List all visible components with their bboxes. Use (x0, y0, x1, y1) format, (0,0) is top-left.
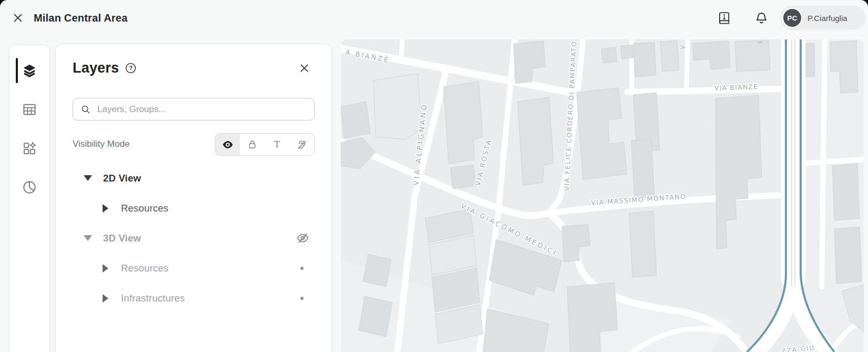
bell-icon (754, 11, 769, 25)
layers-tree: 2D View Resources 3D View Re (56, 163, 331, 313)
tree-node-label: Resources (121, 263, 168, 274)
sidebar-item-charts[interactable] (9, 174, 49, 201)
widgets-icon (22, 140, 37, 156)
visibility-mode-segmented-control: T (215, 133, 315, 156)
user-guide-button[interactable] (716, 11, 731, 25)
tree-node-2d-view[interactable]: 2D View (56, 163, 331, 193)
visibility-mode-row: Visibility Mode (73, 133, 315, 156)
svg-text:T: T (274, 139, 280, 149)
pie-chart-icon (22, 179, 37, 195)
caret-right-icon[interactable] (103, 264, 108, 273)
street-label-bianze: VIA BIANZÈ (714, 83, 759, 92)
tree-node-3d-infrastructures[interactable]: Infrastructures (56, 283, 331, 313)
tree-node-label: 2D View (103, 173, 141, 184)
sidebar-item-table[interactable] (9, 96, 49, 123)
caret-down-icon[interactable] (84, 235, 92, 241)
layers-search (73, 98, 315, 120)
notifications-button[interactable] (754, 11, 769, 25)
close-project-button[interactable] (11, 11, 25, 25)
caret-down-icon[interactable] (84, 175, 92, 181)
visibility-mode-labels[interactable]: T (265, 134, 289, 155)
sidebar-item-layers[interactable] (9, 57, 49, 84)
lock-icon (247, 139, 258, 150)
active-indicator (16, 58, 18, 83)
layers-panel: Layers ? Visibility Mode (55, 44, 332, 352)
layers-icon (22, 63, 37, 78)
ear-off-icon (296, 139, 308, 150)
help-icon[interactable]: ? (125, 62, 137, 74)
close-icon (12, 12, 24, 24)
page-title: Milan Central Area (34, 11, 127, 25)
book-info-icon (717, 11, 731, 25)
app-window: Milan Central Area PC P.Ciarfuglia (0, 0, 868, 352)
eye-off-icon (296, 232, 309, 245)
caret-right-icon[interactable] (103, 204, 108, 213)
layers-panel-close-button[interactable] (297, 61, 311, 75)
tree-node-label: Resources (121, 203, 168, 214)
eye-icon (222, 139, 234, 150)
tree-node-2d-resources[interactable]: Resources (56, 193, 331, 223)
visibility-mode-eye[interactable] (215, 134, 240, 155)
topbar: Milan Central Area PC P.Ciarfuglia (0, 0, 868, 36)
map-container: A BIANZÈ VIA ALPIGNANO VIA ROSTA VIA FEL… (341, 39, 864, 352)
tree-node-3d-view[interactable]: 3D View (56, 223, 331, 253)
caret-right-icon[interactable] (103, 294, 108, 303)
screen: Milan Central Area PC P.Ciarfuglia (0, 0, 868, 352)
search-icon (80, 104, 91, 115)
tree-node-3d-resources[interactable]: Resources (56, 253, 331, 283)
layers-panel-title: Layers (73, 60, 119, 76)
visibility-toggle[interactable] (296, 232, 309, 245)
tree-node-label: Infrastructures (121, 293, 185, 304)
svg-text:?: ? (129, 65, 133, 71)
text-label-icon: T (271, 139, 282, 150)
search-input[interactable] (96, 104, 307, 115)
sidebar-item-widgets[interactable] (9, 135, 49, 162)
status-dot (300, 267, 304, 270)
tool-rail (9, 45, 50, 352)
tree-node-label: 3D View (103, 233, 141, 244)
avatar: PC (782, 8, 802, 28)
visibility-mode-label: Visibility Mode (73, 139, 129, 149)
user-name: P.Ciarfuglia (808, 14, 847, 23)
status-dot (300, 297, 304, 300)
layers-panel-header: Layers ? (73, 57, 315, 78)
close-icon (299, 63, 310, 74)
visibility-mode-ear-off[interactable] (289, 134, 314, 155)
visibility-mode-lock[interactable] (240, 134, 265, 155)
table-icon (22, 102, 37, 117)
map-canvas[interactable]: A BIANZÈ VIA ALPIGNANO VIA ROSTA VIA FEL… (341, 39, 864, 352)
user-menu[interactable]: PC P.Ciarfuglia (780, 6, 865, 30)
